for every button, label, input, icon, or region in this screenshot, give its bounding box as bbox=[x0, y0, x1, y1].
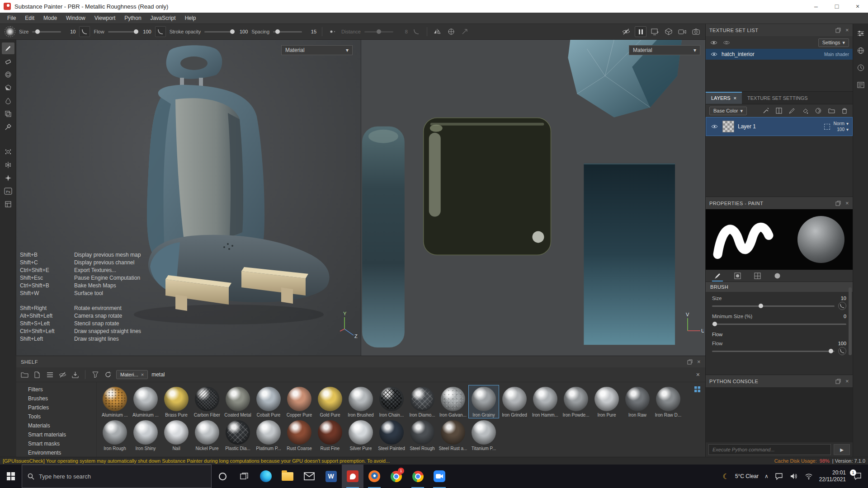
folder-icon[interactable] bbox=[20, 370, 29, 379]
stroke-opacity-slider[interactable] bbox=[204, 31, 233, 33]
material-item[interactable]: Aluminium ... bbox=[99, 385, 130, 418]
blend-mode-dropdown[interactable]: Norm▾ bbox=[834, 121, 849, 127]
add-effect-icon[interactable] bbox=[814, 106, 823, 115]
menu-item[interactable]: Viewport bbox=[90, 13, 120, 23]
close-tab-icon[interactable]: × bbox=[734, 95, 736, 101]
volume-icon[interactable] bbox=[789, 472, 798, 481]
layer-row[interactable]: Layer 1 Norm▾ 100▾ bbox=[706, 117, 853, 136]
add-folder-icon[interactable] bbox=[827, 106, 836, 115]
taskbar-app-word[interactable]: W bbox=[320, 465, 342, 488]
material-item[interactable]: Nail bbox=[161, 418, 192, 452]
shelf-category[interactable]: Particles bbox=[22, 403, 96, 412]
list-view-icon[interactable] bbox=[45, 370, 54, 379]
log-panel-icon[interactable] bbox=[856, 80, 866, 90]
layer-visibility-eye-icon[interactable] bbox=[710, 122, 719, 131]
chat-icon[interactable] bbox=[774, 472, 783, 481]
brush-alpha-preview-icon[interactable] bbox=[5, 26, 15, 37]
dock-panel-icon[interactable] bbox=[835, 28, 841, 33]
flow-slider[interactable] bbox=[108, 31, 137, 33]
material-item[interactable]: Cobalt Pure bbox=[253, 385, 284, 418]
cortana-button[interactable] bbox=[212, 465, 233, 488]
material-item[interactable]: Steel Painted bbox=[376, 418, 407, 452]
history-clock-icon[interactable] bbox=[856, 63, 866, 73]
projection-tool[interactable] bbox=[2, 69, 14, 80]
distance-slider[interactable] bbox=[364, 31, 393, 33]
material-picker-tool[interactable] bbox=[2, 121, 14, 133]
flow-section-header[interactable]: Flow bbox=[706, 328, 853, 337]
3d-viewport[interactable]: Material ▾ Shift+BDisplay previous mesh … bbox=[16, 40, 361, 356]
material-item[interactable]: Iron Brushed bbox=[345, 385, 376, 418]
taskbar-app-browser-profile[interactable]: 1 bbox=[385, 465, 407, 488]
grid-display-options-icon[interactable] bbox=[694, 386, 701, 393]
add-paint-layer-icon[interactable] bbox=[788, 106, 797, 115]
layer-thumbnail[interactable] bbox=[722, 121, 734, 132]
polygon-fill-tool[interactable] bbox=[2, 82, 14, 94]
weather-text[interactable]: 5°C Clear bbox=[735, 473, 759, 479]
viewport-display-icon[interactable] bbox=[650, 27, 660, 37]
delete-layer-icon[interactable] bbox=[840, 106, 849, 115]
material-item[interactable]: Steel Rough bbox=[407, 418, 438, 452]
resources-plugin-icon[interactable] bbox=[2, 198, 14, 210]
channel-dropdown[interactable]: Base Color ▾ bbox=[709, 107, 747, 115]
material-item[interactable]: Gold Pure bbox=[315, 385, 345, 418]
shelf-category[interactable]: Filters bbox=[22, 385, 96, 394]
menu-item[interactable]: Mode bbox=[39, 13, 61, 23]
shelf-category[interactable]: Brushes bbox=[22, 394, 96, 403]
material-item[interactable]: Rust Fine bbox=[315, 418, 345, 452]
menu-item[interactable]: Python bbox=[120, 13, 146, 23]
material-item[interactable]: Plastic Dia... bbox=[222, 418, 253, 452]
menu-item[interactable]: Help bbox=[180, 13, 201, 23]
material-item[interactable]: Titanium P... bbox=[468, 418, 499, 452]
material-item[interactable]: Iron Raw bbox=[622, 385, 653, 418]
tab-layers[interactable]: LAYERS × bbox=[706, 92, 742, 104]
python-console-output[interactable] bbox=[706, 387, 853, 442]
material-item[interactable]: Iron Raw D... bbox=[653, 385, 684, 418]
shelf-category[interactable]: Tools bbox=[22, 412, 96, 421]
shelf-category[interactable]: Environments bbox=[22, 448, 96, 457]
clone-tool[interactable] bbox=[2, 108, 14, 120]
flow-link-button[interactable] bbox=[838, 347, 846, 355]
material-item[interactable]: Iron Rough bbox=[99, 418, 130, 452]
python-command-input[interactable] bbox=[708, 444, 831, 455]
taskbar-app-mail[interactable] bbox=[298, 465, 320, 488]
menu-item[interactable]: JavaScript bbox=[146, 13, 180, 23]
material-item[interactable]: Platinum P... bbox=[253, 418, 284, 452]
screenshot-camera-icon[interactable] bbox=[691, 27, 701, 37]
close-panel-icon[interactable]: × bbox=[845, 27, 849, 33]
properties-scrollbar[interactable] bbox=[849, 287, 852, 355]
clear-search-icon[interactable]: × bbox=[696, 371, 702, 378]
render-mode-icon[interactable] bbox=[664, 27, 674, 37]
material-item[interactable]: Rust Coarse bbox=[284, 418, 315, 452]
material-item[interactable]: Brass Pure bbox=[161, 385, 192, 418]
taskbar-search[interactable]: Type here to search bbox=[22, 465, 212, 488]
run-python-button[interactable]: ▶ bbox=[834, 444, 850, 455]
add-mask-icon[interactable] bbox=[774, 106, 783, 115]
subtab-alpha-icon[interactable] bbox=[732, 270, 743, 282]
material-item[interactable]: Nickel Pure bbox=[192, 418, 222, 452]
dock-panel-icon[interactable] bbox=[835, 379, 841, 384]
symmetry-plugin-icon[interactable] bbox=[2, 159, 14, 171]
eraser-tool[interactable] bbox=[2, 56, 14, 67]
pause-engine-button[interactable] bbox=[635, 26, 646, 37]
close-shelf-icon[interactable]: × bbox=[697, 358, 701, 365]
flow-falloff-button[interactable] bbox=[155, 26, 166, 37]
material-item[interactable]: Iron Grainy bbox=[468, 385, 499, 418]
maximize-button[interactable]: □ bbox=[826, 0, 847, 13]
eye-icon[interactable] bbox=[709, 38, 718, 47]
brush-section-header[interactable]: BRUSH bbox=[706, 282, 853, 292]
new-resource-icon[interactable] bbox=[33, 370, 42, 379]
size-param-slider[interactable] bbox=[712, 305, 835, 307]
task-view-button[interactable] bbox=[233, 465, 255, 488]
layer-opacity-dropdown[interactable]: 100▾ bbox=[837, 127, 849, 132]
display-settings-globe-icon[interactable] bbox=[856, 46, 866, 56]
close-panel-icon[interactable]: × bbox=[845, 378, 849, 385]
material-item[interactable]: Coated Metal bbox=[222, 385, 253, 418]
menu-item[interactable]: Edit bbox=[20, 13, 39, 23]
material-mode-dropdown[interactable]: Material ▾ bbox=[281, 45, 353, 55]
menu-item[interactable]: File bbox=[3, 13, 20, 23]
particles-plugin-icon[interactable] bbox=[2, 146, 14, 158]
paint-tool[interactable] bbox=[2, 42, 14, 54]
dock-panel-icon[interactable] bbox=[835, 201, 841, 206]
material-mode-dropdown-2d[interactable]: Material ▾ bbox=[629, 45, 700, 55]
start-button[interactable] bbox=[0, 465, 22, 488]
